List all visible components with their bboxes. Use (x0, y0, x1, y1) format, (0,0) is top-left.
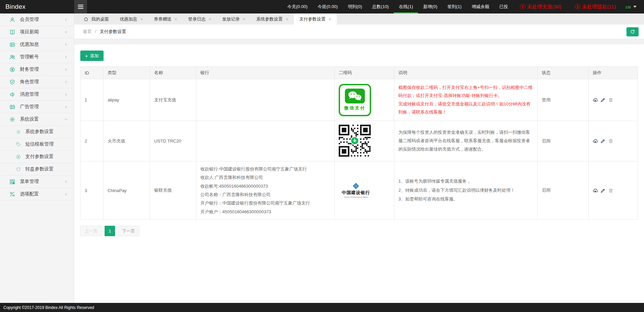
sidebar-toggle-button[interactable] (74, 0, 87, 13)
ccb-name-en: China Construction Bank (344, 196, 368, 198)
sidebar-item-promo-interest[interactable]: 优惠加息 (0, 38, 74, 51)
cloud-upload-icon[interactable] (593, 188, 598, 193)
ccb-name-cn: 中国建设银行 (342, 190, 370, 196)
cell-bank (196, 79, 335, 121)
stat-invested[interactable]: 已投 (494, 0, 513, 13)
gear-icon (16, 129, 21, 134)
qr-code-image (339, 125, 371, 157)
user-menu[interactable]: zai (622, 0, 644, 13)
pagination: 上一页 1 下一页 (80, 226, 638, 236)
speaker-icon (9, 92, 15, 97)
cell-id: 3 (81, 161, 104, 220)
tab-payment-params[interactable]: 支付参数设置× (294, 13, 337, 25)
sidebar-item-payment-params[interactable]: 支付参数设置 (0, 151, 74, 163)
table-header-row: ID 类型 名称 银行 二维码 说明 状态 操作 (81, 67, 638, 79)
sidebar-item-wheel-params[interactable]: 转盘参数设置 (0, 163, 74, 176)
sidebar-item-roles[interactable]: 角色管理 (0, 76, 74, 88)
sidebar-item-ads[interactable]: 广告管理 (0, 101, 74, 113)
stat-total[interactable]: 总数(10) (367, 0, 394, 13)
close-icon[interactable]: × (208, 17, 211, 22)
tab-login-log[interactable]: 登录日志× (183, 13, 217, 25)
cell-bank (196, 121, 335, 161)
chevron-left-icon (64, 18, 68, 22)
delete-icon[interactable] (608, 97, 613, 102)
image-icon (9, 42, 15, 48)
shield-icon (9, 79, 15, 85)
chevron-left-icon (64, 105, 68, 109)
col-header-status: 状态 (538, 67, 589, 79)
ccb-bank-logo: 中国建设银行 China Construction Bank (339, 181, 373, 200)
chevron-down-icon (64, 118, 68, 121)
tab-system-params[interactable]: 系统参数设置× (251, 13, 294, 25)
edit-icon[interactable] (600, 188, 606, 193)
add-button[interactable]: + 添加 (80, 51, 104, 61)
close-icon[interactable]: × (174, 17, 177, 22)
footer-bar: Copyright ©2017-2019 Bindex All Rights R… (0, 303, 644, 312)
close-icon[interactable]: × (329, 17, 331, 22)
cell-description: 截图保存收款二维码，打开支付宝右上角+号扫一扫，识别相册中二维码付款；或打开支付… (394, 79, 538, 121)
chevron-left-icon (64, 192, 68, 196)
delete-icon[interactable] (608, 138, 613, 144)
cell-description: 为保障每个投资人的投资资金准确无误，实时到账，请扫一扫微信客服二维码或者咨询平台… (394, 121, 538, 161)
pending-deposits-alert[interactable]: ¥ 未处理充值(30) (513, 0, 568, 13)
gear-icon (9, 117, 15, 122)
stat-signin[interactable]: 签到(1) (442, 0, 467, 13)
edit-icon[interactable] (600, 138, 606, 144)
table-row: 3 ChinaPay 银联充值 收款银行:中国建设银行股份有限公司南宁五象广场支… (81, 161, 638, 220)
sidebar-item-options-config[interactable]: 选项配置 (0, 188, 74, 200)
cloud-upload-icon[interactable] (593, 97, 598, 102)
page-1-button[interactable]: 1 (105, 226, 115, 236)
breadcrumb-home-link[interactable]: 首页 (83, 29, 92, 35)
copyright-text: Copyright ©2017-2019 Bindex All Rights R… (3, 305, 94, 310)
edit-icon[interactable] (600, 97, 606, 102)
sidebar-item-sms-templates[interactable]: 短信模板管理 (0, 138, 74, 151)
chevron-left-icon (64, 55, 68, 59)
stat-due-tomorrow[interactable]: 明到(0) (343, 0, 367, 13)
chevron-left-icon (64, 30, 68, 34)
cell-qrcode: 微信支付 (335, 79, 394, 121)
cell-name: USTD TRC20 (150, 121, 196, 161)
admin-app: Bindex 今充(0.00) 今提(0.00) 明到(0) 总数(10) 在线… (0, 0, 644, 312)
table-row: 2 火币充值 USTD TRC20 (81, 121, 638, 161)
close-icon[interactable]: × (286, 17, 288, 22)
delete-icon[interactable] (608, 188, 613, 193)
sidebar-item-members[interactable]: 会员管理 (0, 13, 74, 26)
tab-promo-interest[interactable]: 优惠加息× (114, 13, 148, 25)
sidebar-item-system-params[interactable]: 系统参数设置 (0, 126, 74, 138)
stat-today-deposit[interactable]: 今充(0.00) (282, 0, 313, 13)
sidebar-item-admin-accounts[interactable]: 管理帐号 (0, 51, 74, 63)
tab-coupon-gift[interactable]: 券券赠送× (148, 13, 183, 25)
cell-status: 启用 (538, 121, 589, 161)
sidebar-item-menu-management[interactable]: 菜单管理 (0, 176, 74, 188)
stat-today-withdraw[interactable]: 今提(0.00) (312, 0, 343, 13)
cloud-upload-icon[interactable] (593, 138, 598, 144)
close-icon[interactable]: × (243, 17, 246, 22)
sidebar-item-messages[interactable]: 消息管理 (0, 88, 74, 101)
wechat-bubbles-icon (344, 89, 365, 103)
next-page-button[interactable]: 下一页 (118, 226, 139, 236)
system-settings-submenu: 系统参数设置 短信模板管理 支付参数设置 转盘参数设置 (0, 126, 74, 176)
cell-status: 启用 (538, 161, 589, 220)
tab-my-desktop[interactable]: 我的桌面 (78, 13, 114, 25)
tab-issue-records[interactable]: 发放记录× (217, 13, 251, 25)
cell-status: 禁用 (538, 79, 589, 121)
close-icon[interactable]: × (140, 17, 143, 22)
col-header-actions: 操作 (589, 67, 638, 79)
sidebar-item-system-settings[interactable]: 系统设置 (0, 113, 74, 126)
chevron-left-icon (64, 80, 68, 84)
pending-withdrawals-alert[interactable]: $ 未处理提款(11) (568, 0, 623, 13)
stat-new[interactable]: 新增(0) (418, 0, 442, 13)
cell-id: 2 (81, 121, 104, 161)
prev-page-button[interactable]: 上一页 (80, 226, 102, 236)
book-icon (9, 29, 15, 35)
col-header-qrcode: 二维码 (335, 67, 394, 79)
table-row: 1 alipay 支付宝充值 (81, 79, 638, 121)
sidebar-item-finance[interactable]: 财务管理 (0, 63, 74, 76)
wechat-pay-logo: 微信支付 (339, 84, 371, 116)
cell-qrcode (335, 121, 394, 161)
stat-online[interactable]: 在线(1) (394, 0, 418, 13)
sidebar-item-project-news[interactable]: 项目新闻 (0, 26, 74, 38)
refresh-button[interactable] (626, 27, 639, 36)
chevron-left-icon (64, 43, 68, 46)
stat-adjust-balance[interactable]: 增减余额 (467, 0, 494, 13)
